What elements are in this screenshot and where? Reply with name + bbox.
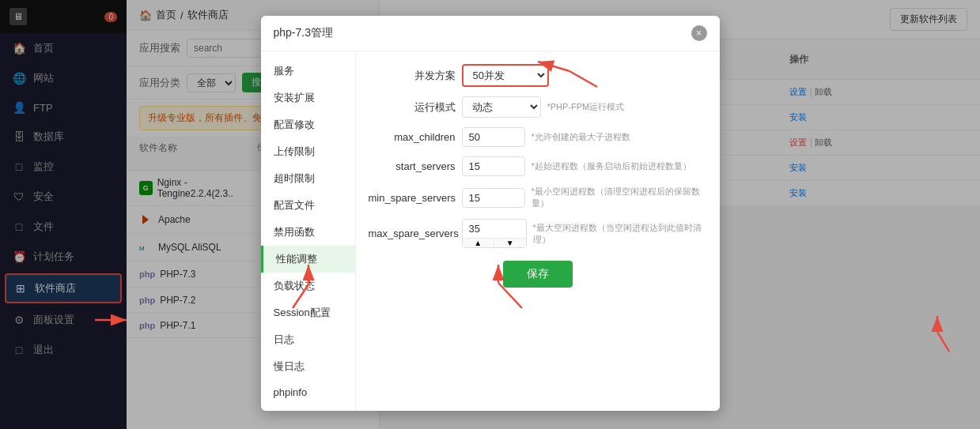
- min-spare-row: min_spare_servers *最小空闲进程数（清理空闲进程后的保留数量）: [369, 186, 707, 209]
- max-spare-hint: *最大空闲进程数（当空闲进程达到此值时清理）: [533, 222, 707, 246]
- decrement-button[interactable]: ▼: [494, 239, 526, 247]
- modal-menu-install-ext[interactable]: 安装扩展: [261, 85, 355, 111]
- run-mode-select[interactable]: 动态 静态 按需: [462, 96, 541, 118]
- modal-menu-session[interactable]: Session配置: [261, 299, 355, 326]
- modal-title: php-7.3管理: [274, 26, 333, 40]
- modal-body: 服务 安装扩展 配置修改 上传限制 超时限制 配置文件 禁用函数 性能调整 负载…: [261, 51, 720, 411]
- modal-form-content: 并发方案 50并发 100并发 200并发 运行模式 动态 静态 按需: [356, 51, 720, 411]
- php-management-modal: php-7.3管理 × 服务 安装扩展 配置修改 上传限制 超时限制 配置文件 …: [261, 16, 720, 411]
- concurrency-label: 并发方案: [369, 69, 456, 83]
- modal-menu-phpinfo[interactable]: phpinfo: [261, 380, 355, 405]
- start-servers-input[interactable]: [462, 156, 525, 176]
- max-children-row: max_children *允许创建的最大子进程数: [369, 127, 707, 147]
- start-servers-hint: *起始进程数（服务启动后初始进程数量）: [532, 160, 707, 172]
- min-spare-label: min_spare_servers: [369, 192, 456, 204]
- run-mode-label: 运行模式: [369, 100, 456, 115]
- max-children-hint: *允许创建的最大子进程数: [532, 131, 707, 143]
- modal-overlay: php-7.3管理 × 服务 安装扩展 配置修改 上传限制 超时限制 配置文件 …: [0, 0, 980, 429]
- modal-menu-service[interactable]: 服务: [261, 58, 355, 85]
- modal-menu-config-file[interactable]: 配置文件: [261, 192, 355, 219]
- min-spare-input[interactable]: [462, 188, 525, 208]
- max-spare-row: max_spare_servers ▲ ▼ *最大空闲进程数（当空闲进程达到此值…: [369, 219, 707, 248]
- modal-sidebar: 服务 安装扩展 配置修改 上传限制 超时限制 配置文件 禁用函数 性能调整 负载…: [261, 51, 356, 411]
- min-spare-hint: *最小空闲进程数（清理空闲进程后的保留数量）: [532, 186, 707, 209]
- modal-close-button[interactable]: ×: [691, 25, 707, 41]
- modal-menu-perf-tune[interactable]: 性能调整: [261, 246, 355, 273]
- modal-menu-logs[interactable]: 日志: [261, 326, 355, 353]
- increment-button[interactable]: ▲: [463, 239, 494, 247]
- modal-menu-slow-logs[interactable]: 慢日志: [261, 353, 355, 380]
- max-spare-label: max_spare_servers: [369, 228, 456, 239]
- max-spare-input[interactable]: [463, 220, 526, 238]
- run-mode-hint: *PHP-FPM运行模式: [547, 101, 707, 113]
- modal-menu-config-edit[interactable]: 配置修改: [261, 111, 355, 138]
- run-mode-row: 运行模式 动态 静态 按需 *PHP-FPM运行模式: [369, 96, 707, 118]
- start-servers-row: start_servers *起始进程数（服务启动后初始进程数量）: [369, 156, 707, 176]
- modal-menu-timeout[interactable]: 超时限制: [261, 165, 355, 192]
- modal-menu-upload-limit[interactable]: 上传限制: [261, 138, 355, 165]
- modal-menu-disable-func[interactable]: 禁用函数: [261, 219, 355, 246]
- start-servers-label: start_servers: [369, 160, 456, 172]
- max-children-label: max_children: [369, 131, 456, 143]
- max-children-input[interactable]: [462, 127, 525, 147]
- concurrency-row: 并发方案 50并发 100并发 200并发: [369, 64, 707, 87]
- modal-menu-load-status[interactable]: 负载状态: [261, 273, 355, 299]
- modal-header: php-7.3管理 ×: [261, 16, 720, 51]
- save-button[interactable]: 保存: [503, 261, 573, 288]
- concurrency-select[interactable]: 50并发 100并发 200并发: [462, 64, 549, 87]
